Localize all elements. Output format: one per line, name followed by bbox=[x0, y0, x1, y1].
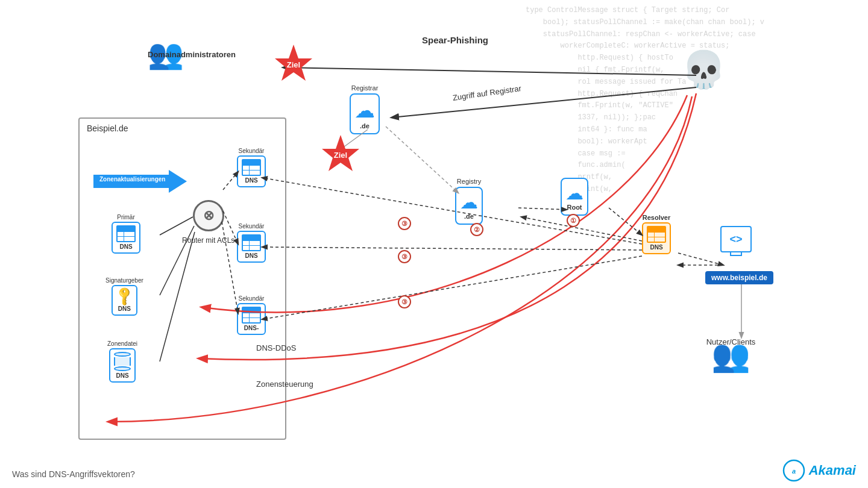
akamai-logo-icon: a bbox=[782, 459, 805, 482]
primaer-label-top: Primär bbox=[117, 214, 134, 221]
sekundaer2-label-top: Sekundär bbox=[239, 223, 265, 230]
svg-text:a: a bbox=[792, 468, 796, 475]
sekundaer3-dns-icon bbox=[242, 307, 261, 324]
svg-line-15 bbox=[609, 208, 642, 235]
svg-text:Ziel: Ziel bbox=[334, 151, 347, 160]
sekundaer3-dns-box: Sekundär DNS- bbox=[237, 295, 266, 335]
db-icon bbox=[114, 352, 131, 371]
diagram-container: Beispiel.de Zonenaktualisierungen Primär… bbox=[0, 0, 868, 488]
primaer-label-bottom: DNS bbox=[119, 243, 132, 250]
svg-line-11 bbox=[386, 127, 458, 193]
sekundaer2-label-bottom: DNS bbox=[245, 252, 257, 259]
zonendatei-label-top: Zonendatei bbox=[107, 340, 137, 347]
key-icon: 🔑 bbox=[113, 285, 136, 307]
signaturgeber-label-top: Signaturgeber bbox=[105, 277, 143, 284]
ziel-badge-admin: Ziel bbox=[274, 43, 313, 83]
registrar-de-text: .de bbox=[360, 122, 370, 130]
monitor-icon: <> bbox=[720, 226, 752, 252]
sekundaer1-dns-icon bbox=[242, 159, 261, 176]
svg-line-14 bbox=[518, 208, 567, 210]
akamai-logo: a Akamai bbox=[782, 459, 856, 482]
domainadministratoren-group: Domainadministratoren 👥 bbox=[148, 37, 184, 71]
skull-icon: 💀 bbox=[681, 49, 726, 90]
domainadministratoren-label: Domainadministratoren bbox=[148, 50, 236, 59]
registry-label: Registry bbox=[457, 178, 481, 185]
resolver-dns-box: Resolver DNS bbox=[642, 214, 671, 254]
root-box: ☁ Root bbox=[561, 178, 588, 216]
circle-num-1: ① bbox=[567, 214, 580, 227]
primaer-dns-icon bbox=[116, 225, 136, 242]
zugriff-auf-registrar-label: Zugriff auf Registrar bbox=[452, 84, 522, 102]
spear-phishing-label: Spear-Phishing bbox=[422, 35, 488, 45]
page-title: Was sind DNS-Angriffsvektoren? bbox=[12, 469, 135, 479]
registrar-label: Registrar bbox=[351, 84, 379, 92]
ziel-badge-registrar: Ziel bbox=[321, 134, 360, 173]
zonendatei-label-bottom: DNS bbox=[116, 372, 128, 379]
registry-de-group: Registry ☁ .de bbox=[455, 178, 483, 225]
signaturgeber-dns-box: Signaturgeber 🔑 DNS bbox=[105, 277, 143, 316]
beispiel-de-label: Beispiel.de bbox=[87, 124, 128, 133]
resolver-dns-icon bbox=[647, 226, 666, 243]
sekundaer2-dns-icon bbox=[242, 234, 261, 251]
circle-num-3b: ③ bbox=[398, 250, 411, 263]
router-x-icon: ⊗ bbox=[203, 208, 214, 224]
registry-de-box: ☁ .de bbox=[455, 187, 483, 225]
www-beispiel-text: www.beispiel.de bbox=[711, 274, 767, 282]
primaer-dns-box: Primär DNS bbox=[112, 214, 140, 254]
root-text: Root bbox=[567, 204, 582, 211]
svg-text:Ziel: Ziel bbox=[287, 60, 300, 69]
sekundaer2-dns-box: Sekundär DNS bbox=[237, 223, 266, 263]
zonensteuerung-label: Zonensteuerung bbox=[256, 380, 313, 389]
svg-line-16 bbox=[678, 253, 723, 265]
sekundaer1-dns-box: Sekundär DNS bbox=[237, 148, 266, 187]
dns-ddos-label: DNS-DDoS bbox=[256, 343, 296, 352]
registry-de-text: .de bbox=[464, 213, 474, 220]
router-circle: ⊗ bbox=[193, 200, 224, 231]
www-beispiel-badge: www.beispiel.de bbox=[705, 271, 773, 284]
sekundaer1-label-top: Sekundär bbox=[239, 148, 265, 154]
svg-line-0 bbox=[283, 67, 696, 75]
resolver-label: Resolver bbox=[643, 214, 670, 221]
svg-line-1 bbox=[392, 87, 696, 117]
root-cloud-icon: ☁ bbox=[565, 183, 583, 204]
sekundaer3-label-top: Sekundär bbox=[239, 295, 265, 302]
svg-line-13 bbox=[521, 217, 642, 241]
sekundaer1-label-bottom: DNS bbox=[245, 177, 257, 184]
monitor-group: <> bbox=[720, 226, 752, 252]
zonenaktualisierungen-label: Zonenaktualisierungen bbox=[99, 176, 165, 183]
circle-num-3a: ③ bbox=[398, 217, 411, 230]
circle-num-3c: ③ bbox=[398, 295, 411, 308]
root-group: ☁ Root bbox=[561, 178, 588, 216]
circle-num-2: ② bbox=[470, 223, 483, 236]
router-label: Router mit ACLs bbox=[182, 236, 230, 245]
nutzer-clients-group: 👥 Nutzer/Clients bbox=[711, 337, 750, 374]
registry-de-cloud-icon: ☁ bbox=[460, 192, 478, 213]
code-brackets-icon: <> bbox=[729, 233, 742, 246]
registrar-cloud-icon: ☁ bbox=[354, 98, 375, 122]
attacker-skull: 💀 bbox=[681, 48, 726, 91]
akamai-text: Akamai bbox=[809, 463, 856, 478]
svg-line-4 bbox=[262, 256, 642, 319]
svg-line-3 bbox=[262, 247, 642, 250]
registrar-group: Registrar ☁ .de bbox=[350, 84, 380, 134]
zonenaktualisierungen-arrow: Zonenaktualisierungen bbox=[93, 170, 187, 193]
sekundaer3-label-bottom: DNS- bbox=[244, 325, 259, 331]
zonendatei-dns-box: Zonendatei DNS bbox=[107, 340, 137, 383]
registrar-box: ☁ .de bbox=[350, 93, 380, 134]
resolver-label-bottom: DNS bbox=[650, 244, 662, 251]
nutzer-clients-label: Nutzer/Clients bbox=[706, 337, 756, 346]
